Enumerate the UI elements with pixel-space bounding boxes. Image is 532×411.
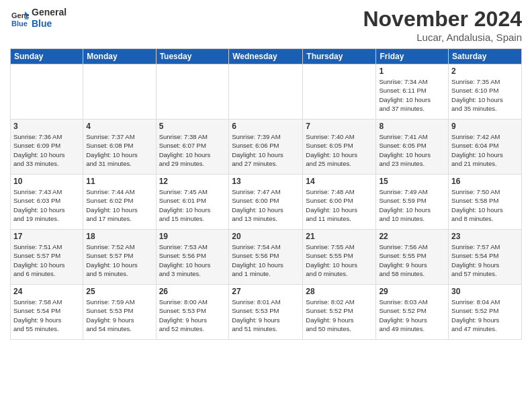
table-row: 9Sunrise: 7:42 AM Sunset: 6:04 PM Daylig… — [449, 120, 522, 175]
day-info: Sunrise: 8:04 AM Sunset: 5:52 PM Dayligh… — [451, 298, 519, 333]
calendar-week-5: 24Sunrise: 7:58 AM Sunset: 5:54 PM Dayli… — [11, 285, 522, 340]
table-row: 8Sunrise: 7:41 AM Sunset: 6:05 PM Daylig… — [376, 120, 449, 175]
table-row: 11Sunrise: 7:44 AM Sunset: 6:02 PM Dayli… — [83, 175, 156, 230]
table-row: 15Sunrise: 7:49 AM Sunset: 5:59 PM Dayli… — [376, 175, 449, 230]
day-info: Sunrise: 7:53 AM Sunset: 5:56 PM Dayligh… — [159, 242, 226, 278]
day-number: 1 — [379, 66, 445, 76]
table-row: 24Sunrise: 7:58 AM Sunset: 5:54 PM Dayli… — [11, 285, 83, 340]
table-row: 28Sunrise: 8:02 AM Sunset: 5:52 PM Dayli… — [303, 285, 376, 340]
table-row: 4Sunrise: 7:37 AM Sunset: 6:08 PM Daylig… — [83, 120, 156, 175]
day-info: Sunrise: 8:00 AM Sunset: 5:53 PM Dayligh… — [159, 298, 226, 333]
day-number: 3 — [13, 122, 80, 131]
col-saturday: Saturday — [449, 49, 522, 64]
day-number: 14 — [306, 177, 373, 186]
day-number: 21 — [306, 232, 373, 241]
day-number: 11 — [86, 177, 152, 186]
day-info: Sunrise: 8:03 AM Sunset: 5:52 PM Dayligh… — [379, 298, 445, 333]
day-info: Sunrise: 7:44 AM Sunset: 6:02 PM Dayligh… — [86, 187, 152, 223]
day-info: Sunrise: 7:39 AM Sunset: 6:06 PM Dayligh… — [232, 132, 300, 168]
table-row: 17Sunrise: 7:51 AM Sunset: 5:57 PM Dayli… — [11, 230, 83, 285]
table-row — [11, 64, 83, 120]
day-number: 16 — [451, 177, 519, 186]
day-info: Sunrise: 7:38 AM Sunset: 6:07 PM Dayligh… — [159, 132, 226, 168]
day-info: Sunrise: 7:42 AM Sunset: 6:04 PM Dayligh… — [451, 132, 519, 168]
table-row — [83, 64, 156, 120]
day-number: 15 — [379, 177, 445, 186]
day-info: Sunrise: 7:58 AM Sunset: 5:54 PM Dayligh… — [13, 298, 80, 333]
day-number: 30 — [451, 287, 519, 296]
table-row — [156, 64, 229, 120]
day-info: Sunrise: 7:35 AM Sunset: 6:10 PM Dayligh… — [451, 77, 519, 113]
table-row: 19Sunrise: 7:53 AM Sunset: 5:56 PM Dayli… — [156, 230, 229, 285]
day-number: 4 — [86, 122, 152, 131]
table-row: 30Sunrise: 8:04 AM Sunset: 5:52 PM Dayli… — [449, 285, 522, 340]
day-info: Sunrise: 7:51 AM Sunset: 5:57 PM Dayligh… — [13, 242, 80, 278]
table-row: 2Sunrise: 7:35 AM Sunset: 6:10 PM Daylig… — [449, 64, 522, 120]
table-row: 12Sunrise: 7:45 AM Sunset: 6:01 PM Dayli… — [156, 175, 229, 230]
col-friday: Friday — [376, 49, 449, 64]
day-number: 12 — [159, 177, 226, 186]
day-number: 26 — [159, 287, 226, 296]
table-row: 26Sunrise: 8:00 AM Sunset: 5:53 PM Dayli… — [156, 285, 229, 340]
day-info: Sunrise: 7:41 AM Sunset: 6:05 PM Dayligh… — [379, 132, 445, 168]
day-number: 23 — [451, 232, 519, 241]
day-info: Sunrise: 7:54 AM Sunset: 5:56 PM Dayligh… — [232, 242, 300, 278]
day-info: Sunrise: 7:40 AM Sunset: 6:05 PM Dayligh… — [306, 132, 373, 168]
table-row: 7Sunrise: 7:40 AM Sunset: 6:05 PM Daylig… — [303, 120, 376, 175]
day-number: 10 — [13, 177, 80, 186]
col-wednesday: Wednesday — [229, 49, 303, 64]
table-row: 29Sunrise: 8:03 AM Sunset: 5:52 PM Dayli… — [376, 285, 449, 340]
day-number: 25 — [86, 287, 152, 296]
calendar: Sunday Monday Tuesday Wednesday Thursday… — [10, 48, 522, 340]
day-number: 18 — [86, 232, 152, 241]
day-info: Sunrise: 8:01 AM Sunset: 5:53 PM Dayligh… — [232, 298, 300, 333]
day-number: 22 — [379, 232, 445, 241]
day-info: Sunrise: 8:02 AM Sunset: 5:52 PM Dayligh… — [306, 298, 373, 333]
day-info: Sunrise: 7:49 AM Sunset: 5:59 PM Dayligh… — [379, 187, 445, 223]
day-info: Sunrise: 7:37 AM Sunset: 6:08 PM Dayligh… — [86, 132, 152, 168]
day-number: 20 — [232, 232, 300, 241]
day-number: 5 — [159, 122, 226, 131]
day-info: Sunrise: 7:52 AM Sunset: 5:57 PM Dayligh… — [86, 242, 152, 278]
logo-text: General Blue — [32, 7, 66, 30]
day-info: Sunrise: 7:45 AM Sunset: 6:01 PM Dayligh… — [159, 187, 226, 223]
location: Lucar, Andalusia, Spain — [363, 32, 522, 43]
table-row: 25Sunrise: 7:59 AM Sunset: 5:53 PM Dayli… — [83, 285, 156, 340]
day-info: Sunrise: 7:48 AM Sunset: 6:00 PM Dayligh… — [306, 187, 373, 223]
calendar-header-row: Sunday Monday Tuesday Wednesday Thursday… — [11, 49, 522, 64]
col-sunday: Sunday — [11, 49, 83, 64]
col-thursday: Thursday — [303, 49, 376, 64]
day-number: 6 — [232, 122, 300, 131]
day-info: Sunrise: 7:59 AM Sunset: 5:53 PM Dayligh… — [86, 298, 152, 333]
table-row: 1Sunrise: 7:34 AM Sunset: 6:11 PM Daylig… — [376, 64, 449, 120]
day-number: 29 — [379, 287, 445, 296]
col-tuesday: Tuesday — [156, 49, 229, 64]
logo: General Blue General Blue — [10, 7, 66, 30]
table-row — [303, 64, 376, 120]
table-row — [229, 64, 303, 120]
table-row: 20Sunrise: 7:54 AM Sunset: 5:56 PM Dayli… — [229, 230, 303, 285]
day-info: Sunrise: 7:55 AM Sunset: 5:55 PM Dayligh… — [306, 242, 373, 278]
calendar-week-1: 1Sunrise: 7:34 AM Sunset: 6:11 PM Daylig… — [11, 64, 522, 120]
svg-text:Blue: Blue — [11, 19, 28, 28]
table-row: 23Sunrise: 7:57 AM Sunset: 5:54 PM Dayli… — [449, 230, 522, 285]
day-number: 2 — [451, 66, 519, 76]
table-row: 3Sunrise: 7:36 AM Sunset: 6:09 PM Daylig… — [11, 120, 83, 175]
table-row: 10Sunrise: 7:43 AM Sunset: 6:03 PM Dayli… — [11, 175, 83, 230]
day-info: Sunrise: 7:57 AM Sunset: 5:54 PM Dayligh… — [451, 242, 519, 278]
day-info: Sunrise: 7:34 AM Sunset: 6:11 PM Dayligh… — [379, 77, 445, 113]
day-number: 28 — [306, 287, 373, 296]
calendar-week-3: 10Sunrise: 7:43 AM Sunset: 6:03 PM Dayli… — [11, 175, 522, 230]
day-number: 13 — [232, 177, 300, 186]
day-info: Sunrise: 7:47 AM Sunset: 6:00 PM Dayligh… — [232, 187, 300, 223]
day-info: Sunrise: 7:36 AM Sunset: 6:09 PM Dayligh… — [13, 132, 80, 168]
logo-icon: General Blue — [10, 9, 29, 28]
table-row: 22Sunrise: 7:56 AM Sunset: 5:55 PM Dayli… — [376, 230, 449, 285]
day-number: 27 — [232, 287, 300, 296]
table-row: 5Sunrise: 7:38 AM Sunset: 6:07 PM Daylig… — [156, 120, 229, 175]
calendar-week-2: 3Sunrise: 7:36 AM Sunset: 6:09 PM Daylig… — [11, 120, 522, 175]
calendar-week-4: 17Sunrise: 7:51 AM Sunset: 5:57 PM Dayli… — [11, 230, 522, 285]
day-info: Sunrise: 7:43 AM Sunset: 6:03 PM Dayligh… — [13, 187, 80, 223]
day-number: 9 — [451, 122, 519, 131]
day-number: 19 — [159, 232, 226, 241]
